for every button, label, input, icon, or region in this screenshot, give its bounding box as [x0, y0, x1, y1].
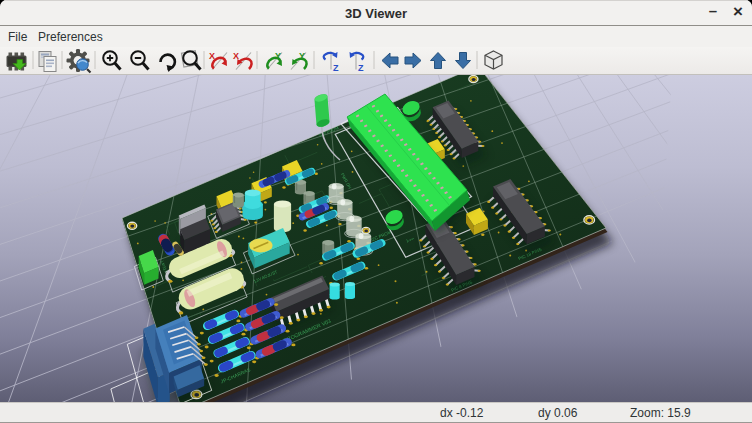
svg-text:X: X [209, 51, 215, 61]
svg-text:Z: Z [333, 63, 339, 73]
svg-text:X: X [233, 51, 239, 61]
svg-text:Z: Z [358, 63, 364, 73]
